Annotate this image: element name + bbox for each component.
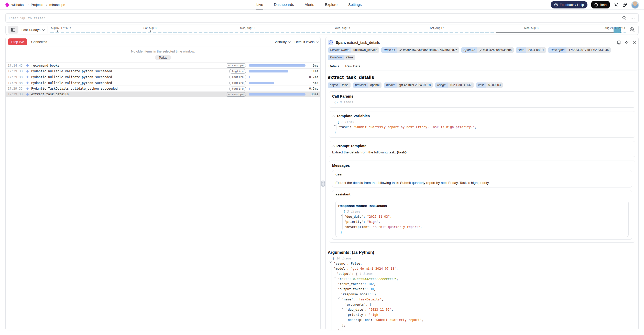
log-row[interactable]: 17:29:33Pydantic nullable validate_pytho… xyxy=(6,80,320,86)
prompt-template-body: Extract the details from the following t… xyxy=(332,150,397,154)
code-token: False xyxy=(351,262,360,265)
divider-drag-handle[interactable] xyxy=(321,181,325,187)
time-range-label: Last 14 days xyxy=(21,28,40,32)
timeline-chart[interactable]: Aug 07, 17:26:14Sat, Aug 10Mon, Aug 12We… xyxy=(50,25,626,35)
attr-badge: asyncfalse xyxy=(328,82,351,88)
code-line: 'async': False, xyxy=(328,261,637,266)
breadcrumb-item[interactable]: willbakst xyxy=(12,3,25,7)
stop-live-button[interactable]: Stop live xyxy=(8,38,27,45)
log-row[interactable]: 17:29:33Pydantic nullable validate_pytho… xyxy=(6,74,320,80)
attr-badge-label: model xyxy=(384,82,397,88)
sql-filter-bar xyxy=(5,13,639,23)
zoom-in-button[interactable] xyxy=(628,26,636,34)
indent-guide xyxy=(336,292,336,297)
sql-filter-input[interactable] xyxy=(9,16,622,20)
indent-guide xyxy=(336,287,336,292)
indent-guide xyxy=(336,281,336,287)
indent-guide xyxy=(332,322,332,328)
sidebar-toggle-button[interactable] xyxy=(8,26,18,34)
tab-explore[interactable]: Explore xyxy=(325,0,337,9)
code-token: , xyxy=(340,328,341,330)
meta-badge-label: Trace ID xyxy=(381,47,397,53)
help-icon: ? xyxy=(554,3,558,7)
attr-badge-label: provider xyxy=(353,82,368,88)
log-row[interactable]: 17:14:43recommend_booksmirascope9ms xyxy=(6,62,320,68)
log-row[interactable]: 17:29:33extract_task_detailsmirascope30m… xyxy=(6,91,320,97)
feedback-help-label: Feedback / Help xyxy=(560,3,584,7)
tab-dashboards[interactable]: Dashboards xyxy=(274,0,294,9)
collapse-chevron-icon[interactable] xyxy=(332,115,334,118)
default-levels-dropdown[interactable]: Default levels xyxy=(294,40,318,44)
feedback-help-button[interactable]: ? Feedback / Help xyxy=(551,1,588,8)
svg-text:i: i xyxy=(596,4,597,6)
duration-label: 9ms xyxy=(305,64,318,67)
code-token: , xyxy=(422,318,423,322)
topbar: willbakstProjectsmirascope LiveDashboard… xyxy=(0,0,644,10)
search-icon[interactable] xyxy=(622,16,627,20)
log-row[interactable]: 17:29:33Pydantic TaskDetails validate_py… xyxy=(6,86,320,91)
tab-settings[interactable]: Settings xyxy=(348,0,362,9)
breadcrumb-item[interactable]: mirascope xyxy=(49,3,65,7)
collapse-chevron-icon[interactable] xyxy=(332,145,334,148)
code-token: , xyxy=(396,267,398,270)
tab-details[interactable]: Details xyxy=(328,62,340,70)
messages-section: Messages user Extract the details from t… xyxy=(329,161,635,243)
timeline-tick-label: Sat, Aug 17 xyxy=(430,26,444,29)
empty-state-text: No older items in the selected time wind… xyxy=(6,49,320,53)
code-token: 0.000033299999999999996 xyxy=(353,277,396,281)
prompt-template-variable: {task} xyxy=(397,150,407,154)
timeline-tick-mark xyxy=(532,30,532,32)
avatar[interactable] xyxy=(631,1,639,9)
code-token: 'input_tokens' xyxy=(338,282,364,286)
code-token: : xyxy=(370,318,374,322)
beta-button[interactable]: i Beta xyxy=(591,1,610,8)
log-name: Pydantic nullable validate_python succee… xyxy=(31,75,112,79)
theme-toggle-button[interactable] xyxy=(614,2,619,7)
time-range-select[interactable]: Last 14 days xyxy=(21,28,44,32)
close-icon[interactable] xyxy=(632,41,636,44)
link-icon[interactable] xyxy=(479,49,482,51)
attr-badge-label: cost xyxy=(476,82,486,88)
visibility-dropdown[interactable]: Visibility xyxy=(275,40,290,44)
timeline-tick-mark xyxy=(57,30,58,32)
indent-guide xyxy=(342,214,343,219)
code-line: "priority": "high", xyxy=(338,219,626,224)
call-params-section: Call Params {} 0 items xyxy=(329,91,635,108)
code-token: 0 items xyxy=(338,100,353,104)
timeline-separator xyxy=(48,26,48,33)
duration-label: 0.7ms xyxy=(305,75,318,79)
meta-badge-value[interactable]: #9c942620aa93dbb4 xyxy=(477,47,514,53)
breadcrumb-item[interactable]: Projects xyxy=(31,3,43,7)
code-token: "description" xyxy=(344,225,369,229)
span-header-icons xyxy=(617,40,636,45)
tab-raw-data[interactable]: Raw Data xyxy=(345,62,361,70)
duration-bar xyxy=(249,93,305,96)
meta-badge-value: 29ms xyxy=(344,55,355,60)
timeline-tick-mark xyxy=(248,30,248,32)
dock-panel-icon[interactable] xyxy=(617,40,621,45)
tab-alerts[interactable]: Alerts xyxy=(305,0,314,9)
attr-badge: usage102 + 30 -> 132 xyxy=(435,82,473,88)
copy-link-icon[interactable] xyxy=(625,40,629,45)
code-token: 'high' xyxy=(369,313,380,317)
tab-live[interactable]: Live xyxy=(256,0,263,9)
code-token: 4 items xyxy=(357,272,373,276)
code-token: : xyxy=(352,272,356,276)
link-icon[interactable] xyxy=(399,49,402,51)
code-token: , xyxy=(381,298,383,301)
code-token: 102 xyxy=(368,282,374,286)
attr-badge-value: $0.00003 xyxy=(486,82,503,88)
more-options-icon[interactable] xyxy=(631,17,635,18)
span-header: i Span: extract_task_details xyxy=(328,39,637,46)
log-row[interactable]: 17:29:33Pydantic nullable validate_pytho… xyxy=(6,68,320,74)
code-line: }, xyxy=(328,322,637,328)
meta-badge-value[interactable]: #c3b5157330ea5c1fd4572747af512d26 xyxy=(397,47,459,53)
code-token: "Submit quarterly report by next Friday.… xyxy=(353,125,475,129)
code-token: : xyxy=(350,125,353,129)
log-name: Pydantic nullable validate_python succee… xyxy=(31,69,112,73)
share-link-button[interactable] xyxy=(623,2,627,7)
code-line: 'input_tokens': 102, xyxy=(328,281,637,287)
meta-badge: Service Nameunknown_service xyxy=(328,47,379,53)
indent-guide xyxy=(332,281,332,287)
connection-status: Connected xyxy=(31,40,47,44)
